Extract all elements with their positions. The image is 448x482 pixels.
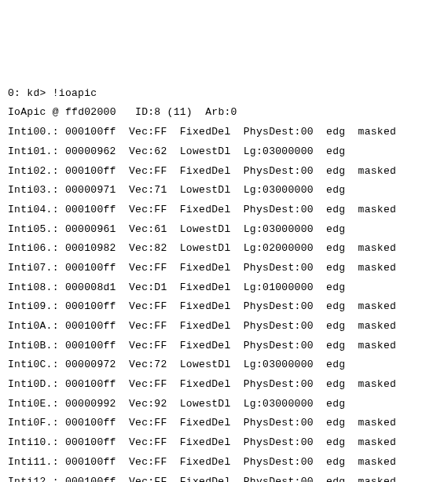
ioapic-row: Inti0D.: 000100ff Vec:FF FixedDel PhysDe…: [8, 375, 440, 395]
ioapic-row: Inti04.: 000100ff Vec:FF FixedDel PhysDe…: [8, 201, 440, 220]
ioapic-row: Inti0B.: 000100ff Vec:FF FixedDel PhysDe…: [8, 337, 440, 356]
ioapic-row: Inti08.: 000008d1 Vec:D1 FixedDel Lg:010…: [8, 278, 440, 298]
ioapic-row: Inti09.: 000100ff Vec:FF FixedDel PhysDe…: [8, 297, 440, 317]
ioapic-row: Inti02.: 000100ff Vec:FF FixedDel PhysDe…: [8, 162, 440, 182]
ioapic-arb: Arb:0: [205, 106, 237, 118]
ioapic-id: ID:8 (11): [135, 106, 193, 118]
ioapic-row: Inti10.: 000100ff Vec:FF FixedDel PhysDe…: [8, 433, 440, 453]
ioapic-row: Inti06.: 00010982 Vec:82 LowestDl Lg:020…: [8, 239, 440, 259]
ioapic-row: Inti07.: 000100ff Vec:FF FixedDel PhysDe…: [8, 259, 440, 278]
at-sign: @: [53, 106, 59, 118]
ioapic-header-line: IoApic @ ffd02000 ID:8 (11) Arb:0: [8, 103, 440, 123]
ioapic-row: Inti01.: 00000962 Vec:62 LowestDl Lg:030…: [8, 142, 440, 162]
ioapic-row: Inti0C.: 00000972 Vec:72 LowestDl Lg:030…: [8, 355, 440, 375]
ioapic-row: Inti05.: 00000961 Vec:61 LowestDl Lg:030…: [8, 220, 440, 240]
ioapic-row: Inti00.: 000100ff Vec:FF FixedDel PhysDe…: [8, 123, 440, 142]
ioapic-row: Inti12.: 000100ff Vec:FF FixedDel PhysDe…: [8, 473, 440, 483]
ioapic-row: Inti11.: 000100ff Vec:FF FixedDel PhysDe…: [8, 453, 440, 473]
command-prompt-line[interactable]: 0: kd> !ioapic: [8, 84, 440, 104]
ioapic-row: Inti03.: 00000971 Vec:71 LowestDl Lg:030…: [8, 181, 440, 201]
ioapic-row: Inti0A.: 000100ff Vec:FF FixedDel PhysDe…: [8, 317, 440, 337]
ioapic-row: Inti0E.: 00000992 Vec:92 LowestDl Lg:030…: [8, 395, 440, 414]
ioapic-row: Inti0F.: 000100ff Vec:FF FixedDel PhysDe…: [8, 414, 440, 433]
ioapic-addr: ffd02000: [65, 106, 116, 118]
ioapic-label: IoApic: [8, 106, 46, 118]
